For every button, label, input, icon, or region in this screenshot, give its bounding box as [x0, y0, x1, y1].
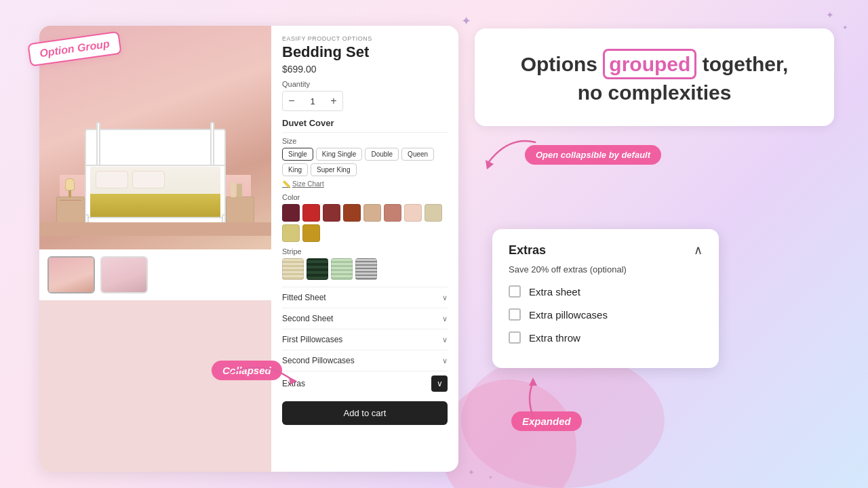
size-single[interactable]: Single	[282, 148, 313, 161]
extras-inline-header: Extras ∨	[282, 375, 448, 392]
extra-pillowcases-label: Extra pillowcases	[529, 309, 608, 321]
annotation-collapsed: Collapsed	[212, 361, 282, 380]
thumb-img-2	[102, 258, 146, 292]
extras-option-throw: Extra throw	[509, 331, 703, 344]
callout-line2: no complexities	[578, 81, 732, 104]
size-chart-link[interactable]: 📏 Size Chart	[282, 180, 448, 188]
stripe-swatch-3[interactable]	[331, 258, 353, 280]
thumbnail-1[interactable]	[47, 256, 95, 293]
pillow-right	[132, 171, 165, 188]
stripe-swatch-4[interactable]	[355, 258, 377, 280]
extra-throw-label: Extra throw	[529, 332, 580, 344]
second-sheet-header[interactable]: Second Sheet ∨	[282, 314, 448, 323]
color-swatch-9[interactable]	[282, 224, 300, 242]
extra-throw-checkbox[interactable]	[509, 331, 521, 344]
book2	[237, 184, 242, 197]
product-price: $699.00	[282, 64, 448, 75]
bed-frame	[85, 161, 226, 229]
thumbnail-2[interactable]	[100, 256, 148, 293]
qty-plus-button[interactable]: +	[325, 92, 342, 110]
thumb-img-1	[49, 258, 94, 292]
qty-minus-button[interactable]: −	[283, 92, 300, 110]
extras-card-header: Extras ∧	[509, 243, 703, 258]
second-sheet-chevron: ∨	[442, 314, 448, 323]
extras-card-title: Extras	[509, 243, 546, 258]
color-swatch-3[interactable]	[323, 204, 340, 222]
floor	[39, 222, 271, 236]
first-pillowcases-label: First Pillowcases	[282, 335, 342, 344]
stripe-swatch-1[interactable]	[282, 258, 304, 280]
extras-save-text: Save 20% off extras (optional)	[509, 264, 703, 274]
thumbnails	[39, 249, 271, 300]
annotation-expanded: Expanded	[511, 411, 582, 431]
callout-options-text: Options	[521, 53, 604, 75]
quantity-control: − 1 +	[282, 91, 343, 111]
second-pillowcases-section: Second Pillowcases ∨	[282, 350, 448, 371]
deco-star-3: ✦	[842, 24, 848, 31]
deco-star-2: ✦	[826, 9, 834, 20]
stripe-swatch-2[interactable]	[307, 258, 328, 280]
size-king[interactable]: King	[282, 163, 308, 176]
first-pillowcases-header[interactable]: First Pillowcases ∨	[282, 335, 448, 344]
post-right	[210, 122, 214, 166]
callout-together: together,	[696, 53, 788, 75]
image-area	[39, 26, 271, 472]
add-to-cart-button[interactable]: Add to cart	[282, 401, 448, 425]
deco-star-1: ✦	[461, 14, 471, 28]
extras-option-sheet: Extra sheet	[509, 285, 703, 298]
extras-option-pillowcases: Extra pillowcases	[509, 308, 703, 321]
headboard	[85, 129, 226, 166]
extra-pillowcases-checkbox[interactable]	[509, 308, 521, 321]
color-swatch-4[interactable]	[343, 204, 361, 222]
callout-grouped: grouped	[603, 49, 696, 79]
books	[231, 182, 236, 197]
product-details: EASIFY PRODUCT OPTIONS Bedding Set $699.…	[271, 26, 458, 472]
extras-inline-label: Extras	[282, 379, 305, 388]
color-swatch-2[interactable]	[302, 204, 320, 222]
size-buttons: Single King Single Double Queen King Sup…	[282, 148, 448, 176]
stripe-label: Stripe	[282, 247, 448, 256]
stripe-swatches	[282, 258, 448, 280]
color-swatch-10[interactable]	[302, 224, 320, 242]
color-swatches	[282, 204, 448, 242]
first-pillowcases-chevron: ∨	[442, 336, 448, 344]
lamp-left	[62, 178, 77, 197]
fitted-sheet-header[interactable]: Fitted Sheet ∨	[282, 293, 448, 302]
qty-value: 1	[300, 96, 325, 106]
product-card: EASIFY PRODUCT OPTIONS Bedding Set $699.…	[39, 26, 458, 472]
duvet-cover-header: Duvet Cover	[282, 118, 448, 133]
easify-label: EASIFY PRODUCT OPTIONS	[282, 35, 448, 42]
size-king-single[interactable]: King Single	[316, 148, 363, 161]
second-sheet-label: Second Sheet	[282, 314, 333, 323]
size-double[interactable]: Double	[365, 148, 399, 161]
annotation-collapsible: Open collapsible by default	[525, 145, 661, 165]
pillow-left	[96, 171, 128, 188]
second-pillowcases-header[interactable]: Second Pillowcases ∨	[282, 356, 448, 365]
product-title: Bedding Set	[282, 43, 448, 61]
extras-toggle-button[interactable]: ∨	[431, 375, 448, 392]
quantity-label: Quantity	[282, 80, 448, 88]
extras-inline-section: Extras ∨	[282, 371, 448, 396]
extra-sheet-checkbox[interactable]	[509, 285, 521, 298]
second-pillowcases-label: Second Pillowcases	[282, 356, 355, 365]
color-swatch-1[interactable]	[282, 204, 300, 222]
extras-card: Extras ∧ Save 20% off extras (optional) …	[492, 229, 719, 368]
size-super-king[interactable]: Super King	[311, 163, 356, 176]
color-swatch-5[interactable]	[363, 204, 381, 222]
fitted-sheet-chevron: ∨	[442, 293, 448, 302]
svg-marker-0	[486, 160, 494, 169]
mattress	[90, 167, 220, 224]
callout-title: Options grouped together, no complexitie…	[499, 49, 810, 106]
second-pillowcases-chevron: ∨	[442, 357, 448, 365]
color-swatch-7[interactable]	[404, 204, 422, 222]
fitted-sheet-label: Fitted Sheet	[282, 293, 326, 302]
callout-box: Options grouped together, no complexitie…	[475, 28, 834, 126]
size-label: Size	[282, 137, 448, 145]
fitted-sheet-section: Fitted Sheet ∨	[282, 287, 448, 308]
size-queen[interactable]: Queen	[401, 148, 434, 161]
color-swatch-6[interactable]	[384, 204, 401, 222]
extras-card-chevron[interactable]: ∧	[694, 243, 703, 258]
ruler-icon: 📏	[282, 180, 290, 188]
color-swatch-8[interactable]	[425, 204, 442, 222]
post-left	[96, 122, 100, 166]
